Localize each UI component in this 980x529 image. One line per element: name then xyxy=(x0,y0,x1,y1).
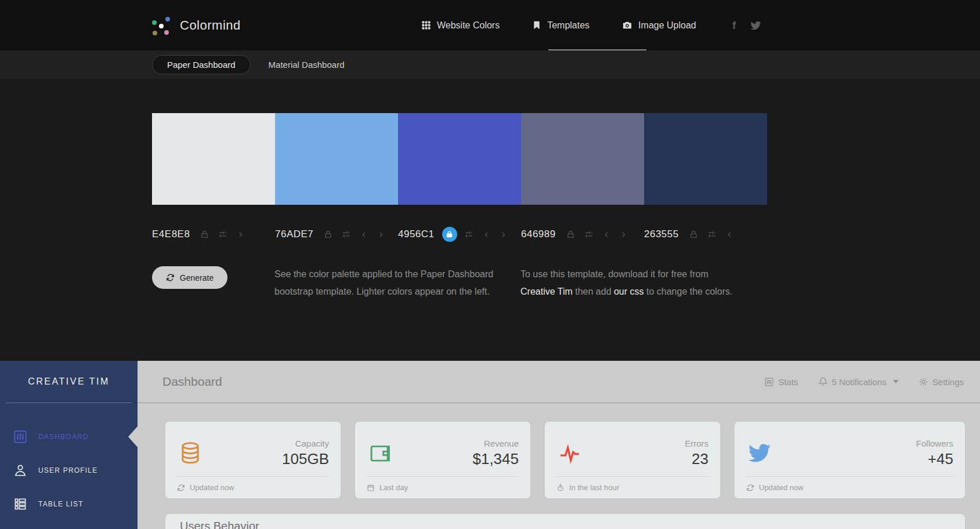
adjust-icon[interactable] xyxy=(342,230,351,239)
card-footer: Last day xyxy=(367,476,519,498)
sidebar-item-table-list[interactable]: TABLE LIST xyxy=(0,490,138,519)
refresh-icon xyxy=(177,484,185,492)
chevron-left-icon[interactable] xyxy=(726,231,733,238)
tab-material-dashboard[interactable]: Material Dashboard xyxy=(269,60,345,70)
lock-icon[interactable] xyxy=(200,230,209,239)
database-icon xyxy=(177,440,204,466)
palette-section: E4E8E8 76ADE7 xyxy=(0,79,980,361)
card-value: +45 xyxy=(916,450,953,468)
gear-icon xyxy=(918,377,928,387)
adjust-icon[interactable] xyxy=(218,230,227,239)
facebook-icon[interactable]: f xyxy=(732,19,736,32)
tab-label: Paper Dashboard xyxy=(167,60,236,70)
description-left: See the color palette applied to the Pap… xyxy=(274,266,493,300)
stats-action[interactable]: Stats xyxy=(764,377,798,387)
chevron-right-icon[interactable] xyxy=(500,231,507,238)
card-value: 23 xyxy=(685,450,708,468)
adjust-icon[interactable] xyxy=(464,230,473,239)
template-switcher: Paper Dashboard Material Dashboard xyxy=(0,50,980,79)
top-navbar: Colormind Website Colors Templates xyxy=(0,0,980,50)
sidebar-divider xyxy=(6,403,132,403)
chevron-left-icon[interactable] xyxy=(603,231,610,238)
lock-icon[interactable] xyxy=(689,230,698,239)
preview-sidebar: CREATIVE TIM DASHBOARD USER PROFILE xyxy=(0,361,138,529)
card-footer-text: Updated now xyxy=(190,483,234,492)
description-right: To use this template, download it for fr… xyxy=(520,266,733,300)
action-label: Settings xyxy=(932,377,964,387)
chevron-right-icon[interactable] xyxy=(620,231,627,238)
stat-card-errors: Errors 23 In the last hour xyxy=(545,422,720,498)
card-label: Revenue xyxy=(472,439,519,448)
adjust-icon[interactable] xyxy=(707,230,717,239)
swatch-3[interactable] xyxy=(398,113,521,205)
swatch-controls-2: 76ADE7 xyxy=(275,227,398,242)
refresh-icon xyxy=(746,484,754,492)
swatch-controls-row: E4E8E8 76ADE7 xyxy=(152,227,767,242)
clock-icon xyxy=(556,484,565,492)
template-preview: CREATIVE TIM DASHBOARD USER PROFILE xyxy=(0,361,980,529)
chevron-left-icon[interactable] xyxy=(483,231,490,238)
lock-icon[interactable] xyxy=(566,230,575,239)
sidebar-item-user-profile[interactable]: USER PROFILE xyxy=(0,456,138,485)
camera-icon xyxy=(622,20,632,30)
stat-card-revenue: Revenue $1,345 Last day xyxy=(355,422,530,498)
user-icon xyxy=(13,463,28,478)
table-icon xyxy=(13,497,28,512)
nav-label: Image Upload xyxy=(638,20,696,31)
chevron-right-icon[interactable] xyxy=(237,231,244,238)
nav-label: Website Colors xyxy=(437,20,500,31)
nav-website-colors[interactable]: Website Colors xyxy=(405,0,516,50)
bookmark-icon xyxy=(532,20,541,30)
nav-image-upload[interactable]: Image Upload xyxy=(606,0,713,50)
stat-cards-row: Capacity 105GB Updated now xyxy=(165,422,965,498)
card-value: $1,345 xyxy=(472,450,519,468)
our-css-link[interactable]: our css xyxy=(614,287,644,296)
creative-tim-link[interactable]: Creative Tim xyxy=(520,287,573,296)
nav-templates[interactable]: Templates xyxy=(516,0,606,50)
notifications-action[interactable]: 5 Notifications xyxy=(818,376,899,387)
brand[interactable]: Colormind xyxy=(151,0,241,50)
sidebar-brand: CREATIVE TIM xyxy=(0,361,138,403)
bell-icon xyxy=(818,376,828,387)
preview-main: Dashboard Stats xyxy=(138,361,980,529)
sidebar-item-dashboard[interactable]: DASHBOARD xyxy=(0,422,138,451)
lock-icon[interactable] xyxy=(324,230,332,239)
swatch-controls-1: E4E8E8 xyxy=(152,227,275,242)
hex-value: 263555 xyxy=(644,229,679,240)
tab-paper-dashboard[interactable]: Paper Dashboard xyxy=(152,55,251,74)
wallet-icon xyxy=(367,441,393,465)
generate-button[interactable]: Generate xyxy=(152,266,227,289)
colormind-logo-icon xyxy=(151,15,172,36)
hex-value: E4E8E8 xyxy=(152,229,190,240)
sidebar-item-label: USER PROFILE xyxy=(38,466,97,474)
social-links: f xyxy=(732,0,762,50)
sidebar-item-label: TABLE LIST xyxy=(38,500,84,508)
action-label: Stats xyxy=(778,377,798,387)
page-title: Dashboard xyxy=(162,375,222,389)
settings-action[interactable]: Settings xyxy=(918,377,964,387)
card-label: Followers xyxy=(916,439,953,448)
main-nav: Website Colors Templates Image Upload xyxy=(405,0,713,50)
preview-header: Dashboard Stats xyxy=(138,361,980,403)
swatch-1[interactable] xyxy=(152,113,275,205)
hex-value: 646989 xyxy=(521,229,556,240)
twitter-icon[interactable] xyxy=(750,20,762,31)
chevron-right-icon[interactable] xyxy=(377,231,385,238)
preview-content: Capacity 105GB Updated now xyxy=(138,403,980,529)
swatch-controls-4: 646989 xyxy=(521,227,644,242)
card-footer: Updated now xyxy=(177,476,329,498)
swatch-2[interactable] xyxy=(275,113,398,205)
palette-bar xyxy=(152,113,767,205)
stats-icon xyxy=(13,429,28,444)
lock-locked-icon[interactable] xyxy=(442,227,457,242)
calendar-icon xyxy=(367,484,375,492)
chevron-left-icon[interactable] xyxy=(360,231,368,238)
panel-title: Users Behavior xyxy=(180,520,965,529)
adjust-icon[interactable] xyxy=(584,230,594,239)
brand-name: Colormind xyxy=(180,18,241,33)
pulse-icon xyxy=(556,441,583,465)
swatch-4[interactable] xyxy=(521,113,644,205)
twitter-icon xyxy=(746,442,773,464)
swatch-5[interactable] xyxy=(644,113,767,205)
swatch-controls-3: 4956C1 xyxy=(398,227,521,242)
